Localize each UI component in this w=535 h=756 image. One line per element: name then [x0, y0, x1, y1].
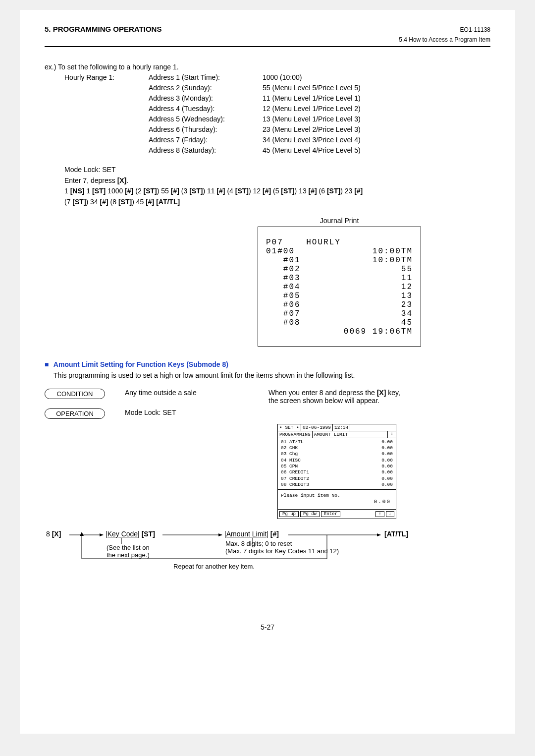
journal-box: P07 HOURLY 01#0010:00TM #0110:00TM #0255…: [258, 227, 421, 347]
list-value: 0.00: [381, 464, 393, 469]
enter-line: Enter 7, depress [X].: [64, 175, 490, 186]
screen-tab1: PROGRAMMING: [278, 431, 313, 438]
section-heading: 5. PROGRAMMING OPERATIONS: [45, 25, 161, 33]
journal-cell: #02: [266, 265, 301, 274]
journal-cell: 23: [401, 300, 413, 309]
sequence-line-1: 1 [NS] 1 [ST] 1000 [#] (2 [ST]) 55 [#] (…: [64, 186, 490, 197]
range-label: Hourly Range 1:: [64, 72, 149, 83]
example-intro: ex.) To set the following to a hourly ra…: [45, 62, 490, 72]
journal-cell: 10:00TM: [373, 247, 413, 256]
page-header: 5. PROGRAMMING OPERATIONS EO1-11138: [45, 25, 490, 33]
list-item: 06 CREDIT1: [281, 469, 309, 475]
journal-cell: #07: [266, 309, 301, 318]
screen-list: 01 AT/TL0.00 02 CHK0.00 03 Chg0.00 04 MI…: [278, 438, 396, 490]
screen-tabs: PROGRAMMING AMOUNT LIMIT ↓: [278, 431, 396, 438]
operation-text: Mode Lock: SET: [125, 408, 176, 416]
list-item: 04 MISC: [281, 458, 301, 464]
addr-val: 1000 (10:00): [263, 72, 490, 83]
pg-up-button[interactable]: Pg up: [279, 511, 299, 517]
screen-amount: 0.00: [374, 499, 391, 505]
list-item: 03 Chg: [281, 451, 298, 457]
addr-label: Address 6 (Thursday):: [149, 124, 263, 135]
sub-heading: 5.4 How to Access a Program Item: [45, 36, 490, 43]
condition-pill: CONDITION: [45, 389, 105, 399]
screen-prompt: Please input item No. 0.00: [278, 490, 396, 510]
doc-code: EO1-11138: [460, 26, 490, 33]
journal-cell: 10:00TM: [373, 256, 413, 265]
list-value: 0.00: [381, 482, 393, 488]
operation-row: OPERATION Mode Lock: SET: [45, 408, 490, 419]
journal-cell: 12: [401, 283, 413, 291]
addr-val: 55 (Menu Level 5/Price Level 5): [263, 83, 490, 93]
journal-cell: #03: [266, 274, 301, 283]
pg-dw-button[interactable]: Pg dw: [300, 511, 320, 517]
right-notice: When you enter 8 and depress the [X] key…: [268, 389, 412, 405]
journal-footer: 0069 19:06TM: [344, 327, 413, 336]
journal-cell: 55: [401, 265, 413, 274]
journal-cell: #08: [266, 318, 301, 327]
addr-val: 34 (Menu Level 3/Price Level 4): [263, 135, 490, 145]
list-item: 08 CREDIT3: [281, 482, 309, 488]
flow-node-2: |Key Code| [ST]: [104, 530, 157, 538]
mode-sequence: Mode Lock: SET Enter 7, depress [X]. 1 […: [64, 165, 490, 208]
condition-row: CONDITION Any time outside a sale When y…: [45, 389, 490, 405]
document-page: 5. PROGRAMMING OPERATIONS EO1-11138 5.4 …: [20, 10, 515, 734]
screen-button-bar: Pg up Pg dw Enter ↑ ↓: [278, 510, 396, 519]
enter-button[interactable]: Enter: [321, 511, 340, 517]
list-value: 0.00: [381, 476, 393, 482]
repeat-label: Repeat for another key item.: [173, 563, 255, 570]
screen-date: 02-06-1999: [301, 424, 333, 431]
operation-pill: OPERATION: [45, 408, 105, 419]
terminal-screen: • SET • 02-06-1999 12:34 PROGRAMMING AMO…: [277, 424, 396, 519]
screen-tab2: AMOUNT LIMIT: [313, 431, 387, 438]
submode8-heading: ■ Amount Limit Setting for Function Keys…: [45, 360, 490, 368]
flow-node-1: 8 [X]: [45, 530, 62, 538]
addr-label: Address 2 (Sunday):: [149, 83, 263, 93]
screen-title-bar: • SET • 02-06-1999 12:34: [278, 424, 396, 431]
header-rule: [45, 46, 490, 47]
list-item: 01 AT/TL: [281, 439, 304, 445]
journal-cell: #06: [266, 300, 301, 309]
up-arrow-button[interactable]: ↑: [375, 511, 384, 517]
down-arrow-button[interactable]: ↓: [386, 511, 394, 517]
flow-sub-2: (See the list on the next page.): [107, 544, 150, 559]
addr-val: 11 (Menu Level 1/Price Level 1): [263, 93, 490, 104]
list-value: 0.00: [381, 458, 393, 464]
list-item: 07 CREDIT2: [281, 476, 309, 482]
addr-val: 12 (Menu Level 1/Price Level 2): [263, 104, 490, 114]
list-value: 0.00: [381, 469, 393, 475]
screen-time: 12:34: [333, 424, 351, 431]
example-block: ex.) To set the following to a hourly ra…: [45, 62, 490, 156]
addr-label: Address 7 (Friday):: [149, 135, 263, 145]
addr-label: Address 4 (Tuesday):: [149, 104, 263, 114]
flow-node-4: [AT/TL]: [383, 530, 410, 538]
journal-cell: #04: [266, 283, 301, 291]
addr-val: 45 (Menu Level 4/Price Level 5): [263, 145, 490, 156]
mode-lock: Mode Lock: SET: [64, 165, 490, 175]
journal-cell: 01#00: [266, 247, 295, 256]
flow-node-3: |Amount Limit| [#]: [223, 530, 280, 538]
addr-label: Address 1 (Start Time):: [149, 72, 263, 83]
page-number: 5-27: [45, 623, 490, 631]
square-bullet-icon: ■: [45, 360, 49, 368]
flow-sub-3: Max. 8 digits; 0 to reset (Max. 7 digits…: [225, 540, 339, 555]
journal-cell: 13: [401, 291, 413, 300]
journal-cell: #01: [266, 256, 301, 265]
submode8-desc: This programming is used to set a high o…: [54, 370, 490, 381]
addr-label: Address 5 (Wednesday):: [149, 114, 263, 124]
screen-mode: • SET •: [278, 424, 301, 431]
list-item: 02 CHK: [281, 445, 298, 451]
condition-text: Any time outside a sale: [125, 389, 234, 397]
journal-cell: 34: [401, 309, 413, 318]
journal-title: P07 HOURLY: [266, 238, 341, 247]
list-value: 0.00: [381, 439, 393, 445]
flow-diagram: 8 [X] |Key Code| [ST] |Amount Limit| [#]…: [45, 529, 490, 588]
addr-label: Address 3 (Monday):: [149, 93, 263, 104]
sequence-line-2: (7 [ST]) 34 [#] (8 [ST]) 45 [#] [AT/TL]: [64, 197, 490, 208]
list-value: 0.00: [381, 451, 393, 457]
addr-val: 23 (Menu Level 2/Price Level 3): [263, 124, 490, 135]
list-value: 0.00: [381, 445, 393, 451]
journal-print-label: Journal Print: [258, 217, 421, 225]
addr-val: 13 (Menu Level 1/Price Level 3): [263, 114, 490, 124]
scroll-down-icon[interactable]: ↓: [387, 431, 396, 438]
